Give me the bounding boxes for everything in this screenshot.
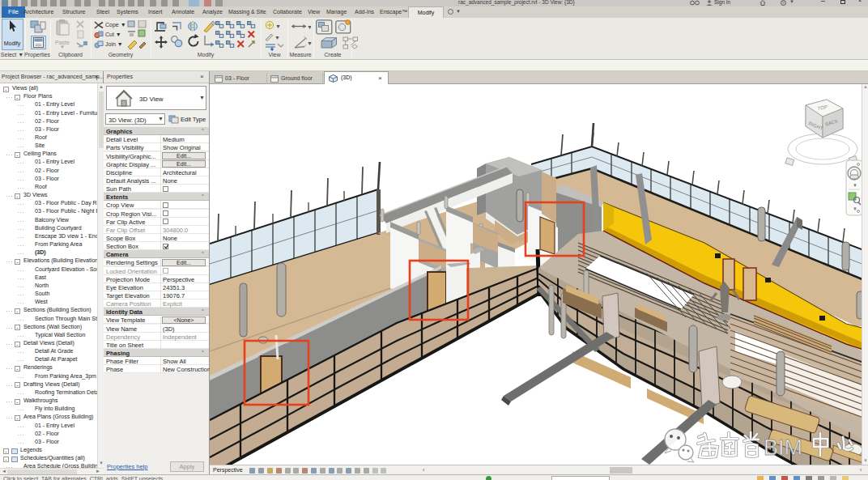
svg-text:▼: ▼ bbox=[307, 24, 311, 30]
svg-text:BIM: BIM bbox=[764, 435, 802, 460]
svg-text:▼: ▼ bbox=[307, 40, 312, 46]
svg-text:▼: ▼ bbox=[853, 206, 857, 211]
svg-text:▼: ▼ bbox=[853, 183, 857, 188]
svg-text:▼: ▼ bbox=[274, 35, 280, 40]
svg-text:▼: ▼ bbox=[275, 23, 281, 29]
